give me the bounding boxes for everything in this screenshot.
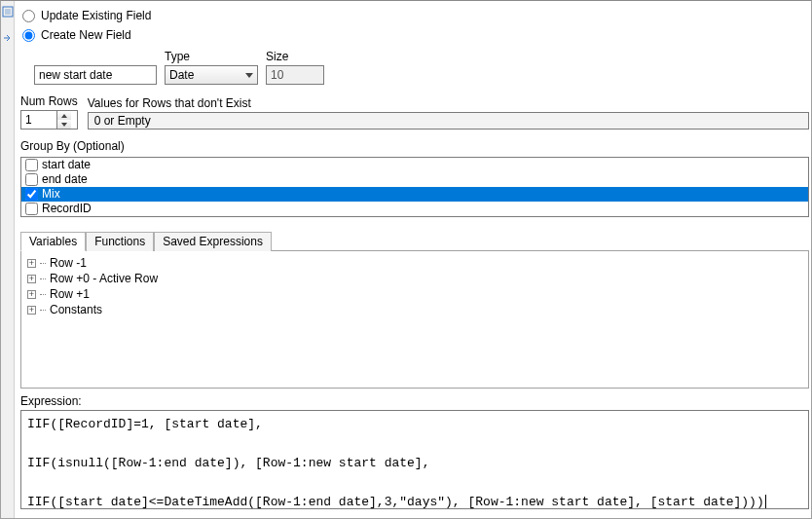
type-select-value: Date <box>169 68 194 82</box>
text-caret <box>765 495 766 509</box>
expand-icon[interactable]: + <box>27 275 36 283</box>
tree-item-label: Constants <box>50 303 102 316</box>
config-icon <box>1 5 15 19</box>
tab-variables[interactable]: Variables <box>20 232 86 251</box>
numrows-spinner[interactable] <box>20 110 78 130</box>
groupby-item[interactable]: Mix <box>21 187 808 202</box>
caret-up-icon <box>61 114 67 118</box>
tree-item[interactable]: +Row -1 <box>27 255 802 271</box>
type-select[interactable]: Date <box>165 65 258 85</box>
tree-item[interactable]: +Constants <box>27 302 802 317</box>
radio-create-label: Create New Field <box>41 28 131 42</box>
tab-functions[interactable]: Functions <box>86 232 154 251</box>
groupby-item-label: start date <box>42 158 91 172</box>
tree-item[interactable]: +Row +0 - Active Row <box>27 271 802 286</box>
size-label: Size <box>266 50 324 63</box>
expand-icon[interactable]: + <box>27 259 36 268</box>
expression-label: Expression: <box>20 394 811 408</box>
svg-rect-1 <box>5 9 11 15</box>
tree-connector <box>40 278 46 279</box>
tree-item-label: Row -1 <box>50 256 87 270</box>
expand-icon[interactable]: + <box>27 290 36 299</box>
radio-create-new[interactable]: Create New Field <box>17 24 811 44</box>
tree-item-label: Row +0 - Active Row <box>50 272 158 285</box>
groupby-item-label: end date <box>42 172 88 187</box>
spin-up-button[interactable] <box>57 111 71 120</box>
values-rows-label: Values for Rows that don't Exist <box>88 96 811 110</box>
chevron-down-icon <box>245 68 253 82</box>
variables-tree[interactable]: +Row -1+Row +0 - Active Row+Row +1+Const… <box>20 250 809 389</box>
radio-update-existing[interactable]: Update Existing Field <box>17 5 811 24</box>
tree-connector <box>40 294 46 295</box>
values-rows-value: 0 or Empty <box>94 114 151 128</box>
groupby-item-label: RecordID <box>42 202 92 216</box>
numrows-label: Num Rows <box>20 94 78 108</box>
size-input <box>266 65 324 85</box>
radio-update-label: Update Existing Field <box>41 9 151 22</box>
caret-down-icon <box>61 123 67 127</box>
groupby-checkbox[interactable] <box>25 188 38 201</box>
groupby-list[interactable]: start dateend dateMixRecordID <box>20 157 809 217</box>
type-label: Type <box>165 50 258 63</box>
groupby-item[interactable]: RecordID <box>21 202 808 216</box>
groupby-checkbox[interactable] <box>25 159 38 171</box>
values-rows-select[interactable]: 0 or Empty <box>88 112 809 130</box>
groupby-item[interactable]: start date <box>21 158 808 172</box>
groupby-item-label: Mix <box>42 187 60 202</box>
radio-create[interactable] <box>22 29 35 42</box>
expand-icon[interactable]: + <box>27 306 36 315</box>
numrows-input[interactable] <box>21 111 56 129</box>
groupby-checkbox[interactable] <box>25 203 38 215</box>
tree-item[interactable]: +Row +1 <box>27 286 802 302</box>
tool-rail <box>1 1 15 518</box>
tree-connector <box>40 263 46 264</box>
tab-saved-expressions[interactable]: Saved Expressions <box>154 232 272 251</box>
radio-update[interactable] <box>22 10 35 22</box>
tree-connector <box>40 310 46 311</box>
groupby-checkbox[interactable] <box>25 173 38 186</box>
groupby-item[interactable]: end date <box>21 172 808 187</box>
groupby-label: Group By (Optional) <box>20 139 125 153</box>
new-field-name-input[interactable] <box>34 65 157 85</box>
arrow-icon <box>1 31 15 45</box>
spin-down-button[interactable] <box>57 120 71 129</box>
tree-item-label: Row +1 <box>50 287 90 301</box>
expression-editor[interactable]: IIF([RecordID]=1, [start date], IIF(isnu… <box>20 410 809 509</box>
